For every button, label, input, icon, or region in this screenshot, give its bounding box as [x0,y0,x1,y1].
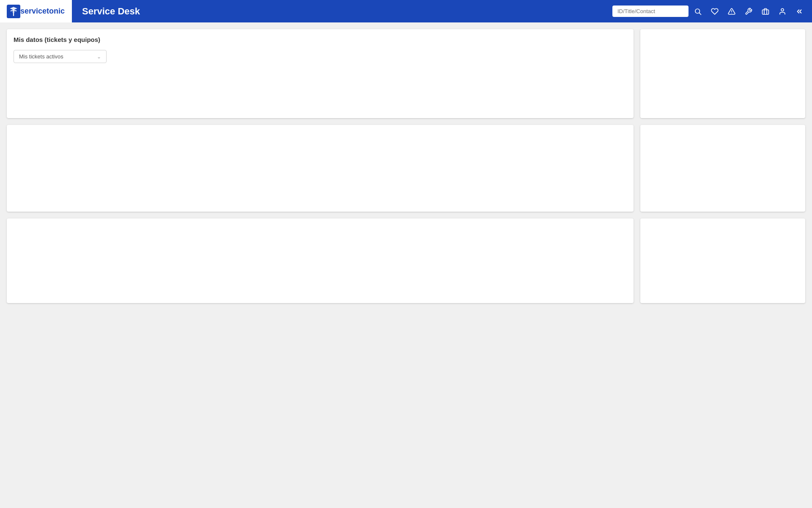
header-actions [612,4,812,19]
wrench-icon [745,8,752,15]
alerts-button[interactable] [724,4,739,19]
chevron-down-icon: ⌄ [97,54,101,60]
widget-bottom-left [7,218,634,303]
search-icon [694,8,702,15]
logo-area: servicetonic [0,0,72,22]
widget-middle-right [640,125,805,212]
app-title: Service Desk [72,6,612,17]
widget-top-right [640,29,805,118]
widget-my-data: Mis datos (tickets y equipos) Mis ticket… [7,29,634,118]
tickets-dropdown-label: Mis tickets activos [19,53,63,60]
widget-my-data-title: Mis datos (tickets y equipos) [14,36,627,43]
widget-bottom-right [640,218,805,303]
logo-icon [7,5,20,18]
alert-triangle-icon [728,8,735,15]
svg-line-3 [699,13,701,14]
widget-middle-left [7,125,634,212]
heart-icon [711,8,719,15]
svg-rect-6 [763,10,769,14]
svg-point-7 [781,8,784,11]
tools-button[interactable] [741,4,756,19]
svg-point-1 [12,10,15,13]
search-button[interactable] [690,4,705,19]
tickets-dropdown[interactable]: Mis tickets activos ⌄ [14,50,107,63]
user-button[interactable] [775,4,790,19]
briefcase-icon [762,8,769,15]
main-content: Mis datos (tickets y equipos) Mis ticket… [0,22,812,310]
logo-text: servicetonic [20,7,65,16]
header: servicetonic Service Desk [0,0,812,22]
search-input[interactable] [612,6,689,17]
user-icon [779,8,786,15]
briefcase-button[interactable] [758,4,773,19]
chevrons-left-icon [796,8,803,15]
favorites-button[interactable] [707,4,722,19]
collapse-sidebar-button[interactable] [792,4,807,19]
